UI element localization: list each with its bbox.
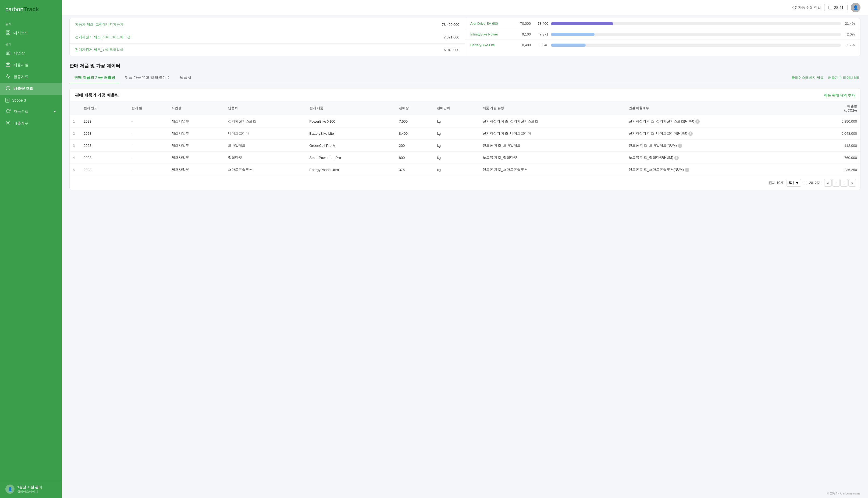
auto-collect-icon — [5, 109, 11, 115]
col-product: 판매 제품 — [306, 101, 396, 115]
auto-collect-label: 자동 수집 작업 — [798, 5, 821, 10]
auto-collect-button[interactable]: 자동 수집 작업 — [792, 5, 821, 10]
summary-right-item-1: AionDrive EV-600 70,000 78.400 21.4% — [465, 18, 860, 29]
cell-business: 제조사업부 — [168, 128, 225, 140]
cell-qty: 8,400 — [396, 128, 434, 140]
svg-rect-0 — [6, 31, 8, 32]
section-title: 판매 제품 및 가공 데이터 — [69, 63, 860, 69]
sidebar-item-scope3[interactable]: 3 Scope 3 — [0, 95, 62, 106]
cell-emission-coeff: 전기자전거 제조_바이크코리아(NUM)i — [626, 128, 808, 140]
cell-year: 2023 — [80, 128, 128, 140]
main-content: 자동 수집 작업 28:41 👤 자동차 제조_그린에너지자동차 78,400.… — [62, 0, 868, 498]
emission-library-button[interactable]: 배출계수 라이브러리 — [828, 75, 860, 80]
first-page-button[interactable]: « — [824, 179, 832, 187]
page-content: 자동차 제조_그린에너지자동차 78,400.000 전기자전거 제조_바이크이… — [62, 15, 868, 489]
r-name: InfinityBike Power — [470, 32, 513, 36]
logo: carbonTrack — [0, 0, 62, 19]
user-name: 1공장 시설 관리 — [17, 485, 42, 490]
sidebar-item-activity-data[interactable]: 활동자료 — [0, 71, 62, 83]
pagination-buttons: « ‹ › » — [824, 179, 856, 187]
sidebar-item-label: 배출계수 — [13, 121, 28, 126]
cell-month: - — [128, 152, 169, 164]
svg-rect-11 — [829, 6, 832, 9]
cell-qty: 7,500 — [396, 115, 434, 128]
svg-point-10 — [8, 122, 9, 124]
cell-idx: 1 — [70, 115, 80, 128]
summary-left-item-3[interactable]: 전기자전거 제조_바이크코리아 6,048.000 — [70, 43, 465, 56]
sidebar-item-emission-facility[interactable]: 배출시설 — [0, 59, 62, 71]
sidebar-item-dashboard[interactable]: 대시보드 — [0, 27, 62, 39]
clearstage-products-button[interactable]: 클리어스테이지 제품 — [791, 75, 824, 80]
cell-month: - — [128, 128, 169, 140]
cell-emission-amt: 6,048.000 — [808, 128, 860, 140]
summary-right-panel: AionDrive EV-600 70,000 78.400 21.4% Inf… — [465, 18, 860, 56]
col-unit: 판매단위 — [434, 101, 479, 115]
table-section: 판매 제품의 가공 배출량 제품 판매 내역 추가 판매 연도 판매 월 사업장… — [69, 88, 860, 190]
section-label-stats: 통계 — [0, 19, 62, 27]
cell-unit: kg — [434, 164, 479, 176]
top-summary: 자동차 제조_그린에너지자동차 78,400.000 전기자전거 제조_바이크이… — [69, 15, 860, 56]
summary-item-value: 7,371.000 — [444, 35, 459, 39]
coeff-icon — [5, 120, 11, 127]
chevron-down-icon: ▼ — [53, 110, 56, 114]
r-pct: 2.0% — [843, 32, 855, 36]
info-icon[interactable]: i — [674, 156, 679, 160]
pagination: 전체 10개 5개 ▼ 1 - 2페이지 « ‹ › » — [70, 175, 860, 190]
sidebar-item-label: 대시보드 — [13, 31, 28, 36]
col-month: 판매 월 — [128, 101, 169, 115]
tab-processing-type[interactable]: 제품 가공 유형 및 배출계수 — [120, 73, 175, 83]
r-num2: 6.048 — [534, 43, 548, 47]
add-record-button[interactable]: 제품 판매 내역 추가 — [824, 93, 855, 98]
sidebar-item-auto-collect[interactable]: 자동수집 ▼ — [0, 106, 62, 118]
sidebar-item-emission-coeff[interactable]: 배출계수 — [0, 118, 62, 129]
per-page-select[interactable]: 5개 ▼ — [787, 179, 801, 187]
sidebar-item-business[interactable]: 사업장 — [0, 47, 62, 59]
info-icon[interactable]: i — [685, 168, 689, 172]
activity-icon — [5, 74, 11, 80]
next-page-button[interactable]: › — [840, 179, 848, 187]
summary-left-panel: 자동차 제조_그린에너지자동차 78,400.000 전기자전거 제조_바이크이… — [69, 18, 465, 56]
cell-business: 제조사업부 — [168, 164, 225, 176]
user-avatar-top[interactable]: 👤 — [851, 3, 860, 12]
table-section-title: 판매 제품의 가공 배출량 — [75, 93, 119, 98]
tab-supplier[interactable]: 납품처 — [175, 73, 196, 83]
table-row: 5 2023 - 제조사업부 스마트폰솔루션 EnergyPhone Ultra… — [70, 164, 860, 176]
sidebar-item-label: 사업장 — [13, 51, 25, 56]
cell-year: 2023 — [80, 115, 128, 128]
summary-left-item-2[interactable]: 전기자전거 제조_바이크이노베이션 7,371.000 — [70, 31, 465, 43]
sidebar-item-label: 활동자료 — [13, 75, 28, 79]
info-icon[interactable]: i — [695, 119, 700, 124]
info-icon[interactable]: i — [678, 144, 682, 148]
section-label-manage: 관리 — [0, 39, 62, 47]
col-business: 사업장 — [168, 101, 225, 115]
cell-business: 제조사업부 — [168, 152, 225, 164]
footer-text: © 2024 - Carbonsaurus — [827, 492, 860, 495]
sidebar-item-label: Scope 3 — [12, 98, 26, 103]
facility-icon — [5, 62, 11, 68]
summary-left-item-1[interactable]: 자동차 제조_그린에너지자동차 78,400.000 — [70, 18, 465, 31]
table-header-row: 판매 연도 판매 월 사업장 납품처 판매 제품 판매량 판매단위 제품 가공 … — [70, 101, 860, 115]
r-num1: 70,000 — [516, 22, 531, 26]
r-num1: 8,400 — [516, 43, 531, 47]
pagination-total: 전체 10개 — [768, 181, 784, 185]
prev-page-button[interactable]: ‹ — [832, 179, 840, 187]
clock-icon — [828, 5, 832, 10]
cell-emission-amt: 236.250 — [808, 164, 860, 176]
r-num2: 7.371 — [534, 32, 548, 36]
cell-year: 2023 — [80, 164, 128, 176]
cell-product: GreenCell Pro-M — [306, 140, 396, 152]
cell-idx: 2 — [70, 128, 80, 140]
summary-item-value: 6,048.000 — [444, 48, 459, 52]
table-row: 3 2023 - 제조사업부 모바일테크 GreenCell Pro-M 200… — [70, 140, 860, 152]
cell-emission-coeff: 노트북 제조_랩탑마켓(NUM)i — [626, 152, 808, 164]
chevron-down-icon: ▼ — [795, 181, 799, 185]
info-icon[interactable]: i — [688, 131, 693, 136]
r-num2: 78.400 — [534, 22, 548, 26]
footer: © 2024 - Carbonsaurus — [62, 489, 868, 498]
summary-item-name: 자동차 제조_그린에너지자동차 — [75, 22, 123, 27]
last-page-button[interactable]: » — [849, 179, 856, 187]
tab-processing-emission[interactable]: 판매 제품의 가공 배출량 — [69, 73, 120, 83]
cell-emission-amt: 5,850.000 — [808, 115, 860, 128]
sidebar-item-emission-inquiry[interactable]: 배출량 조회 — [0, 83, 62, 95]
col-emission-amt: 배출량 kgCO2-e — [808, 101, 860, 115]
